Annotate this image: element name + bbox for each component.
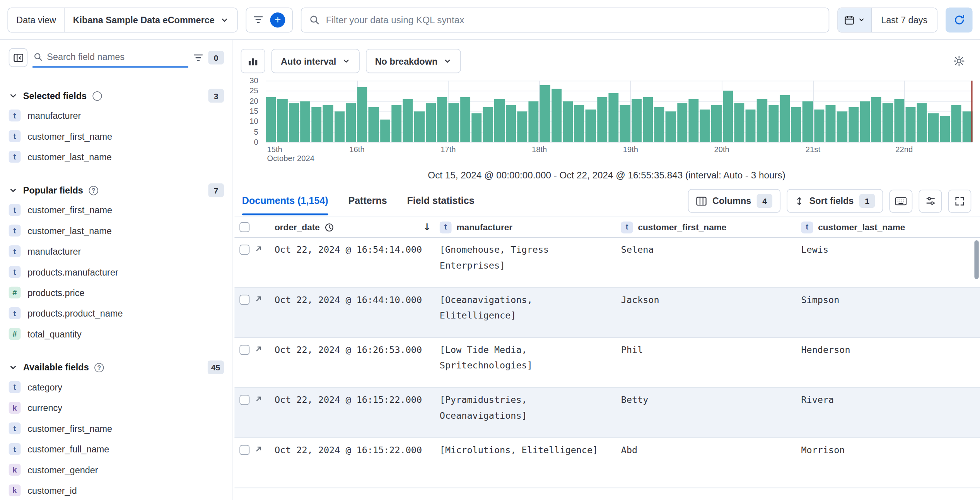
histogram-bar[interactable] bbox=[700, 110, 710, 142]
histogram-bar[interactable] bbox=[289, 103, 299, 142]
histogram-bar[interactable] bbox=[780, 95, 790, 142]
histogram-bar[interactable] bbox=[860, 101, 870, 142]
cell-order-date[interactable]: Oct 22, 2024 @ 16:54:14.000 bbox=[271, 238, 436, 287]
histogram-bar[interactable] bbox=[403, 99, 413, 142]
row-checkbox[interactable] bbox=[239, 295, 249, 305]
keyboard-shortcuts-button[interactable] bbox=[890, 189, 913, 212]
field-list-item[interactable]: # products.price bbox=[9, 282, 224, 303]
histogram-bar[interactable] bbox=[654, 107, 664, 142]
histogram-bar[interactable] bbox=[563, 101, 573, 142]
histogram-bar[interactable] bbox=[734, 103, 744, 142]
field-list-item[interactable]: t customer_first_name bbox=[9, 418, 224, 438]
row-checkbox[interactable] bbox=[239, 345, 249, 355]
histogram-bar[interactable] bbox=[426, 103, 436, 142]
kql-search-bar[interactable] bbox=[301, 7, 829, 33]
histogram-bar[interactable] bbox=[586, 110, 596, 142]
columns-button[interactable]: Columns 4 bbox=[688, 189, 780, 212]
row-checkbox[interactable] bbox=[239, 245, 249, 255]
cell-customer-first-name[interactable]: Abd bbox=[617, 438, 797, 488]
section-header[interactable]: Selected fields 3 bbox=[9, 86, 224, 105]
info-icon[interactable]: ? bbox=[89, 185, 98, 195]
field-list-item[interactable]: t manufacturer bbox=[9, 105, 224, 126]
row-checkbox[interactable] bbox=[239, 445, 249, 455]
histogram-bar[interactable] bbox=[300, 101, 310, 142]
column-header-customer-last-name[interactable]: t customer_last_name bbox=[797, 221, 980, 233]
field-list-item[interactable]: t customer_last_name bbox=[9, 146, 224, 167]
cell-manufacturer[interactable]: [Microlutions, Elitelligence] bbox=[436, 438, 617, 488]
cell-customer-last-name[interactable]: Henderson bbox=[797, 338, 980, 387]
field-list-item[interactable]: t customer_first_name bbox=[9, 126, 224, 146]
histogram-bar[interactable] bbox=[334, 111, 344, 142]
tab[interactable]: Field statistics bbox=[407, 187, 475, 215]
histogram-bar[interactable] bbox=[711, 105, 721, 142]
histogram-bar[interactable] bbox=[688, 99, 698, 142]
histogram-bar[interactable] bbox=[437, 97, 447, 142]
histogram-bar[interactable] bbox=[517, 111, 527, 142]
field-list-item[interactable]: t customer_first_name bbox=[9, 200, 224, 220]
histogram-bar[interactable] bbox=[951, 105, 961, 142]
data-view-picker[interactable]: Data view Kibana Sample Data eCommerce bbox=[7, 7, 237, 33]
breakdown-dropdown[interactable]: No breakdown bbox=[365, 49, 461, 73]
histogram-bar[interactable] bbox=[791, 107, 801, 142]
tab[interactable]: Documents (1,154) bbox=[242, 187, 328, 215]
cell-manufacturer[interactable]: [Pyramidustries, Oceanavigations] bbox=[436, 388, 617, 438]
histogram-bar[interactable] bbox=[620, 105, 630, 142]
histogram-bar[interactable] bbox=[608, 93, 618, 142]
cell-manufacturer[interactable]: [Low Tide Media, Spritechnologies] bbox=[436, 338, 617, 387]
column-header-order-date[interactable]: order_date ↓ bbox=[271, 221, 436, 233]
histogram-bar[interactable] bbox=[311, 107, 321, 142]
histogram-bar[interactable] bbox=[940, 115, 950, 142]
histogram-bar[interactable] bbox=[506, 105, 516, 142]
cell-order-date[interactable]: Oct 22, 2024 @ 16:15:22.000 bbox=[271, 438, 436, 488]
expand-row-icon[interactable] bbox=[254, 345, 263, 353]
histogram-bar[interactable] bbox=[723, 91, 733, 142]
info-icon[interactable] bbox=[92, 91, 102, 100]
expand-row-icon[interactable] bbox=[254, 445, 263, 453]
cell-customer-last-name[interactable]: Simpson bbox=[797, 288, 980, 337]
table-row[interactable]: Oct 22, 2024 @ 16:44:10.000 [Oceanavigat… bbox=[234, 288, 980, 338]
histogram-bar[interactable] bbox=[277, 99, 287, 142]
date-picker-calendar-button[interactable] bbox=[838, 8, 872, 31]
cell-manufacturer[interactable]: [Oceanavigations, Elitelligence] bbox=[436, 288, 617, 337]
column-header-manufacturer[interactable]: t manufacturer bbox=[436, 221, 617, 233]
histogram-bar[interactable] bbox=[883, 103, 893, 142]
cell-manufacturer[interactable]: [Gnomehouse, Tigress Enterprises] bbox=[436, 238, 617, 287]
cell-customer-last-name[interactable]: Lewis bbox=[797, 238, 980, 287]
edit-visualization-button[interactable] bbox=[241, 49, 265, 73]
cell-customer-first-name[interactable]: Betty bbox=[617, 388, 797, 438]
tab[interactable]: Patterns bbox=[348, 187, 387, 215]
time-range-button[interactable]: Last 7 days bbox=[872, 15, 937, 25]
field-list-item[interactable]: # total_quantity bbox=[9, 324, 224, 344]
histogram-bar[interactable] bbox=[597, 97, 607, 142]
histogram-bar[interactable] bbox=[677, 103, 687, 142]
collapse-sidebar-button[interactable] bbox=[9, 48, 28, 67]
row-checkbox[interactable] bbox=[239, 395, 249, 405]
field-list-item[interactable]: t category bbox=[9, 377, 224, 397]
histogram-bar[interactable] bbox=[449, 103, 459, 142]
info-icon[interactable]: ? bbox=[94, 363, 104, 372]
histogram-bar[interactable] bbox=[529, 101, 539, 142]
cell-customer-last-name[interactable]: Morrison bbox=[797, 438, 980, 488]
histogram-plot[interactable] bbox=[266, 81, 972, 142]
histogram-bar[interactable] bbox=[460, 97, 470, 142]
histogram-bar[interactable] bbox=[266, 97, 276, 142]
field-list-item[interactable]: k currency bbox=[9, 397, 224, 418]
field-search[interactable] bbox=[32, 48, 188, 68]
histogram-bar[interactable] bbox=[768, 105, 779, 142]
histogram-bar[interactable] bbox=[746, 110, 756, 142]
histogram-bar[interactable] bbox=[814, 110, 824, 142]
fullscreen-button[interactable] bbox=[948, 189, 971, 212]
histogram-bar[interactable] bbox=[551, 89, 562, 142]
cell-order-date[interactable]: Oct 22, 2024 @ 16:26:53.000 bbox=[271, 338, 436, 387]
table-row[interactable]: Oct 22, 2024 @ 16:26:53.000 [Low Tide Me… bbox=[234, 338, 980, 388]
cell-customer-first-name[interactable]: Phil bbox=[617, 338, 797, 387]
histogram-bar[interactable] bbox=[346, 103, 356, 142]
histogram-bar[interactable] bbox=[905, 107, 915, 142]
histogram-bar[interactable] bbox=[369, 107, 379, 142]
histogram-bar[interactable] bbox=[357, 87, 367, 142]
cell-customer-last-name[interactable]: Rivera bbox=[797, 388, 980, 438]
cell-order-date[interactable]: Oct 22, 2024 @ 16:15:22.000 bbox=[271, 388, 436, 438]
field-list-item[interactable]: k customer_gender bbox=[9, 459, 224, 480]
table-row[interactable]: Oct 22, 2024 @ 16:15:22.000 [Microlution… bbox=[234, 438, 980, 488]
field-list-item[interactable]: t manufacturer bbox=[9, 241, 224, 262]
